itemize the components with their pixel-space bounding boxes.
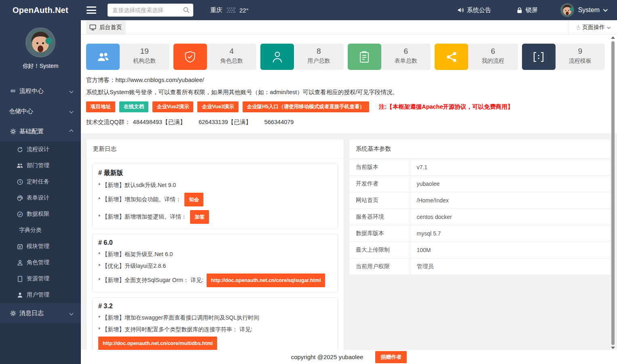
person-icon [260,44,294,70]
system-announcement-button[interactable]: 系统公告 [457,6,491,14]
h5-entry-button[interactable]: 企业版H5入口（请使用移动模式或者直接手机查看） [243,101,369,112]
module-icon [16,244,23,250]
stat-card-roles[interactable]: 4 角色总数 [173,44,257,70]
vue2-demo-button[interactable]: 企业Vue2演示 [152,101,193,112]
top-bar: OpenAuth.Net 重庆 22° 系统公告 锁屏 System [0,0,617,20]
panels-row: 更新日志 # 最新版 * 【新增】默认sdk升级.Net 9.0 * 【新增】增… [81,133,617,350]
weather-city: 重庆 [210,6,222,14]
tab-home[interactable]: 后台首页 [86,20,125,34]
multidbs-doc-link-button[interactable]: http://doc.openauth.net.cn/core/multidbs… [98,337,217,350]
table-row: 最大上传限制100M [349,242,610,259]
qq-group: 484498493【已满】 [133,119,186,125]
sidebar-item-process-center[interactable]: ∞ 流程中心 [0,81,81,101]
sidebar-item-form-design[interactable]: 表单设计 [0,190,81,206]
refresh-circle-icon [16,147,23,153]
changelog-section-3-2: # 3.2 * 【新增】增加在swagger界面查看接口调用时间及SQL执行时间… [92,297,338,350]
lock-icon [516,7,523,14]
account-desc-line: 系统默认System账号登录，可以查看所有权限，如果用其他账号（如：admin/… [86,88,605,96]
chevron-down-icon [70,89,74,93]
stat-card-flow-templates[interactable]: 9 流程模板 [522,44,605,70]
stat-label: 角色总数 [207,57,257,65]
share-icon [435,44,468,70]
clipboard-icon [348,44,381,70]
fog-weather-icon [226,7,236,13]
speaker-icon [457,6,464,14]
changelog-title: 更新日志 [87,139,344,159]
qq-group: 566344079 [264,119,294,125]
sidebar-item-user-mgmt[interactable]: 用户管理 [0,287,81,303]
tab-bar: 后台首页 ☝ 页面操作 [81,20,617,35]
donate-button[interactable]: 捐赠作者 [375,351,407,363]
qq-label: 技术交流QQ群： [86,119,131,125]
sidebar-item-dept-mgmt[interactable]: 部门管理 [0,158,81,174]
jiaqian-link-button[interactable]: 加签 [190,210,209,224]
table-row: 服务器环境centos docker [349,209,610,225]
online-docs-button[interactable]: 在线文档 [119,101,148,112]
stat-label: 我的流程 [468,57,518,65]
scroll-up-arrow[interactable] [611,36,615,39]
table-row: 当前用户权限管理员 [349,259,610,275]
sidebar-menu: ∞ 流程中心 仓储中心 基础配置 流程设计 部门管理 [0,81,81,364]
global-search [108,4,193,17]
gear-icon [9,128,17,135]
user-avatar[interactable] [560,3,574,17]
lock-screen-button[interactable]: 锁屏 [516,6,538,14]
system-params-table: 当前版本v7.1 开发作者yubaolee 网站首页/Home/Index 服务… [349,159,610,275]
vue3-demo-button[interactable]: 企业Vue3演示 [197,101,238,112]
stat-card-forms[interactable]: 6 表单总数 [348,44,431,70]
stat-value: 6 [468,47,518,56]
stat-value: 6 [381,47,431,56]
sidebar-item-module-mgmt[interactable]: 模块管理 [0,238,81,255]
stat-card-orgs[interactable]: 19 机构总数 [86,44,169,70]
stat-label: 流程模板 [556,57,605,65]
dashboard-top-section: 19 机构总数 4 角色总数 8 用户总数 [81,35,617,133]
chevron-down-icon [607,25,611,29]
profile-avatar[interactable] [25,27,55,57]
chevron-up-icon [70,129,74,133]
qq-groups-line: 技术交流QQ群： 484498493【已满】 626433139【已满】 566… [86,118,605,126]
circle-check-icon [16,211,23,217]
search-input[interactable] [108,4,193,17]
zhihui-link-button[interactable]: 知会 [184,193,203,206]
sidebar-item-resource-mgmt[interactable]: 资源管理 [0,271,81,287]
chevron-down-icon [70,311,74,315]
sidebar: 你好！System ∞ 流程中心 仓储中心 基础配置 流程设计 部门管理 [0,20,81,364]
chevron-down-icon [70,109,74,113]
hamburger-menu-icon[interactable] [87,6,96,14]
stat-card-my-flows[interactable]: 6 我的流程 [435,44,518,70]
qq-group: 626433139【已满】 [199,119,251,125]
stat-value: 8 [294,47,344,56]
scroll-down-arrow[interactable] [611,347,615,349]
sidebar-item-base-config[interactable]: 基础配置 [0,121,81,141]
clock-icon [16,179,23,185]
vertical-scrollbar[interactable] [610,36,616,349]
project-url-button[interactable]: 项目地址 [86,101,115,112]
chevron-down-icon [603,7,608,12]
license-note: 注:【本框架遵循Apache开源协议，可以免费商用】 [379,103,513,111]
greeting-text: 你好！System [0,63,81,70]
main-content: 19 机构总数 4 角色总数 8 用户总数 [81,35,617,350]
stat-value: 9 [556,47,605,56]
search-icon[interactable] [183,6,190,14]
table-row: 网站首页/Home/Index [349,192,610,209]
sidebar-item-scheduled-tasks[interactable]: 定时任务 [0,174,81,190]
sqlsugar-doc-link-button[interactable]: http://doc.openauth.net.cn/core/sqlsugar… [207,274,325,287]
sidebar-item-dict-category[interactable]: 字典分类 [0,222,81,238]
sidebar-item-data-permission[interactable]: 数据权限 [0,206,81,222]
sidebar-filler [0,323,81,364]
page-actions-button[interactable]: ☝ 页面操作 [568,20,617,34]
stat-card-users[interactable]: 8 用户总数 [260,44,344,70]
person-outline-icon [16,260,23,266]
stat-label: 机构总数 [120,57,169,65]
sidebar-item-process-design[interactable]: 流程设计 [0,141,81,158]
table-row: 数据库版本mysql 5.7 [349,225,610,242]
tablet-icon [16,276,23,282]
base-config-submenu: 流程设计 部门管理 定时任务 表单设计 数据权限 字典分类 [0,141,81,303]
stat-label: 用户总数 [294,57,344,65]
hand-pointer-icon: ☝ [575,24,581,31]
sidebar-item-message-log[interactable]: 消息日志 [0,303,81,323]
sidebar-item-role-mgmt[interactable]: 角色管理 [0,255,81,271]
user-menu[interactable]: System [578,6,606,14]
scrollbar-thumb[interactable] [611,41,615,345]
sidebar-item-warehouse-center[interactable]: 仓储中心 [0,101,81,121]
